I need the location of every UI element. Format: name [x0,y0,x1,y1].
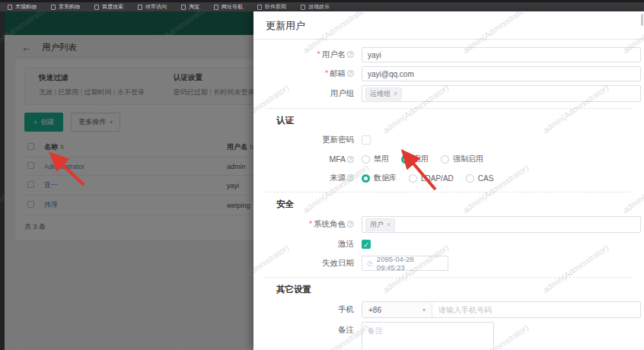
bookmark-label: 软件新闻 [265,3,286,11]
drawer-scrollbar[interactable] [641,14,643,26]
drawer-overlay-mask[interactable] [5,11,253,350]
mfa-radio-force-enable[interactable]: 强制启用 [441,154,483,164]
page-icon [138,5,142,10]
mfa-label: MFA [329,154,346,164]
user-list-page: ← 用户列表 快速过滤 无效已禁用过期时间永不登录 认证设置 密码已过期长时间未… [5,11,253,350]
radio-icon [409,174,417,183]
phone-number-input[interactable] [432,306,640,314]
other-settings-section-title: 其它设置 [276,284,644,295]
radio-icon [362,155,370,164]
radio-icon [466,174,474,183]
mfa-radio-disable[interactable]: 禁用 [362,154,389,164]
page-icon [214,5,218,10]
note-textarea[interactable] [362,322,494,350]
section-divider [266,108,632,109]
system-roles-select[interactable]: 用户× [362,216,641,233]
phone-field: +86▾ [362,301,641,318]
source-radio-cas[interactable]: CAS [466,174,494,183]
bookmarks-bar: 天猫购物 京东购物 百度搜索 经常访问 淘宝 网址导航 软件新闻 游戏娱乐 [0,2,644,11]
group-tag: 运维组× [365,88,402,100]
note-label: 备注 [338,325,354,334]
update-password-checkbox[interactable] [362,135,371,145]
page-icon [51,5,56,10]
section-divider [266,277,632,278]
bookmark-label: 淘宝 [189,3,199,11]
drawer-title: 更新用户 [253,11,644,40]
role-tag: 用户× [365,218,395,231]
groups-label: 用户组 [330,88,355,97]
bookmark-label: 京东购物 [59,3,80,11]
radio-icon [362,174,370,183]
help-icon[interactable]: ? [347,156,354,163]
bookmark-item[interactable]: 京东购物 [51,3,80,11]
source-radio-ldap[interactable]: LDAP/AD [409,174,454,183]
update-user-drawer: 更新用户 *用户名? *邮箱? 用户组 运维组× 认证 更新密码 MFA? 禁用… [253,11,644,350]
email-label: 邮箱 [330,68,346,78]
bookmark-label: 百度搜索 [102,3,123,11]
bookmark-label: 经常访问 [145,3,167,11]
page-icon [94,5,99,10]
username-input[interactable] [362,47,641,62]
bookmark-label: 游戏娱乐 [308,3,330,11]
clock-icon: ◷ [367,259,373,267]
phone-country-code-select[interactable]: +86▾ [362,302,432,317]
page-icon [181,5,186,10]
radio-icon [441,155,449,164]
update-password-label: 更新密码 [322,135,354,144]
bookmark-item[interactable]: 淘宝 [181,3,199,11]
email-input[interactable] [362,66,641,81]
bookmark-item[interactable]: 游戏娱乐 [301,3,330,11]
expire-date-label: 失效日期 [322,258,354,267]
help-icon[interactable]: ? [347,174,354,181]
bookmark-item[interactable]: 天猫购物 [8,3,37,11]
remove-tag-icon[interactable]: × [394,90,397,97]
required-asterisk: * [309,219,312,228]
expire-date-input[interactable]: ◷2095-04-28 09:45:23 [362,256,448,271]
bookmark-item[interactable]: 百度搜索 [94,3,123,11]
page-icon [301,5,305,10]
security-section-title: 安全 [276,199,644,210]
help-icon[interactable]: ? [347,51,354,58]
system-roles-label: 系统角色 [314,219,346,228]
required-asterisk: * [317,49,320,59]
username-label: 用户名 [322,49,346,59]
bookmark-item[interactable]: 经常访问 [138,3,167,11]
bookmark-item[interactable]: 网址导航 [214,3,243,11]
source-radio-database[interactable]: 数据库 [362,173,397,183]
mfa-radio-enable[interactable]: 启用 [401,154,429,164]
chevron-down-icon: ▾ [422,307,426,313]
page-icon [8,5,12,10]
phone-label: 手机 [338,304,354,313]
help-icon[interactable]: ? [347,221,354,228]
active-label: 激活 [338,239,354,248]
bookmark-label: 天猫购物 [15,3,37,11]
active-checkbox[interactable]: ✓ [362,240,371,249]
source-label: 来源 [330,173,346,182]
bookmark-item[interactable]: 软件新闻 [257,3,286,11]
bookmark-label: 网址导航 [222,3,243,11]
help-icon[interactable]: ? [347,70,354,77]
remove-tag-icon[interactable]: × [387,221,391,228]
section-divider [266,192,632,192]
required-asterisk: * [325,68,328,78]
auth-section-title: 认证 [276,115,644,126]
groups-select[interactable]: 运维组× [362,85,641,102]
page-icon [257,5,262,10]
radio-icon [401,155,410,164]
